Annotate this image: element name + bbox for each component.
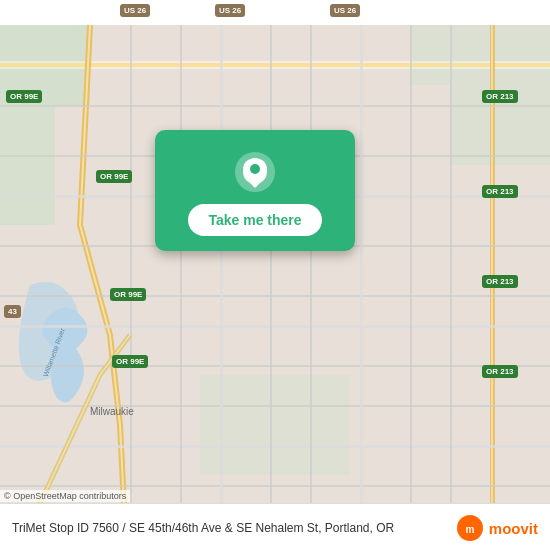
svg-rect-3	[410, 25, 550, 85]
svg-rect-22	[220, 25, 223, 525]
route-badge-or99e-1: OR 99E	[6, 90, 42, 103]
route-badge-or99e-2: OR 99E	[96, 170, 132, 183]
copyright-text: © OpenStreetMap contributors	[4, 491, 126, 501]
route-badge-or213-4: OR 213	[482, 365, 518, 378]
svg-rect-7	[0, 61, 550, 69]
svg-rect-2	[0, 105, 55, 225]
svg-rect-21	[180, 25, 182, 525]
location-description: TriMet Stop ID 7560 / SE 45th/46th Ave &…	[12, 521, 456, 535]
svg-rect-14	[0, 295, 550, 297]
route-badge-or99e-4: OR 99E	[112, 355, 148, 368]
svg-rect-15	[0, 325, 550, 328]
take-me-there-card: Take me there	[155, 130, 355, 251]
svg-rect-24	[310, 25, 312, 525]
location-pin-icon	[233, 150, 277, 194]
route-badge-us26-3: US 26	[330, 4, 360, 17]
moovit-logo-icon: m	[456, 514, 484, 542]
svg-point-32	[250, 164, 260, 174]
route-badge-43: 43	[4, 305, 21, 318]
svg-rect-16	[0, 365, 550, 367]
svg-rect-26	[410, 25, 412, 525]
svg-rect-10	[0, 105, 550, 107]
map-container: Milwaukie Willamette River US 26 US 26 U…	[0, 0, 550, 550]
copyright-notice: © OpenStreetMap contributors	[0, 490, 130, 502]
svg-rect-23	[270, 25, 272, 525]
route-badge-or99e-3: OR 99E	[110, 288, 146, 301]
svg-rect-19	[0, 485, 550, 487]
svg-rect-18	[0, 445, 550, 448]
route-badge-or213-3: OR 213	[482, 275, 518, 288]
route-badge-or213-2: OR 213	[482, 185, 518, 198]
bottom-info-bar: TriMet Stop ID 7560 / SE 45th/46th Ave &…	[0, 503, 550, 550]
svg-text:m: m	[465, 524, 474, 535]
map-background: Milwaukie Willamette River	[0, 0, 550, 550]
moovit-logo: m moovit	[456, 514, 538, 542]
take-me-there-button[interactable]: Take me there	[188, 204, 321, 236]
moovit-brand-name: moovit	[489, 520, 538, 537]
svg-rect-27	[450, 25, 452, 525]
route-badge-us26-2: US 26	[215, 4, 245, 17]
svg-rect-20	[130, 25, 132, 525]
route-badge-us26-1: US 26	[120, 4, 150, 17]
svg-rect-25	[360, 25, 363, 525]
svg-text:Milwaukie: Milwaukie	[90, 406, 134, 417]
route-badge-or213-1: OR 213	[482, 90, 518, 103]
